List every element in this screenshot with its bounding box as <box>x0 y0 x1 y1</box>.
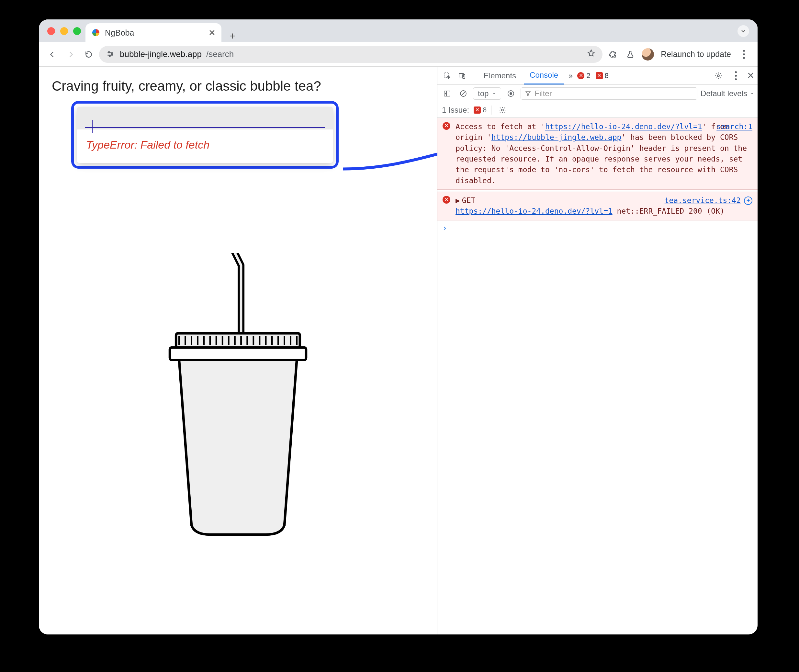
address-bar[interactable]: bubble-jingle.web.app/search <box>99 46 602 63</box>
svg-point-28 <box>717 75 719 77</box>
divider <box>473 70 473 81</box>
levels-label: Default levels <box>701 89 747 98</box>
divider <box>491 106 492 115</box>
forward-button[interactable] <box>63 46 78 62</box>
error-dot-icon: ✕ <box>577 72 584 79</box>
message-source-wrap: tea.service.ts:42 ✦ <box>664 195 753 206</box>
error-icon: ✕ <box>443 196 450 203</box>
window-tabs-dropdown[interactable] <box>738 25 749 37</box>
highlight-outline: TypeError: Failed to fetch <box>71 101 339 169</box>
bookmark-icon[interactable] <box>587 49 596 59</box>
error-icon: ✕ <box>443 122 450 130</box>
console-error-message[interactable]: ✕ search:1 Access to fetch at 'https://h… <box>437 118 757 190</box>
search-input-row <box>77 107 333 130</box>
console-error-message[interactable]: ✕ tea.service.ts:42 ✦ ▶GET https://hello… <box>437 192 757 221</box>
window-close-icon[interactable] <box>47 27 55 35</box>
expand-icon[interactable]: ▶ <box>455 196 460 205</box>
devtools-tab-right: ✕ <box>712 69 754 82</box>
window-fullscreen-icon[interactable] <box>73 27 81 35</box>
issue-square-icon: ✕ <box>474 107 481 114</box>
new-tab-button[interactable]: ＋ <box>226 29 239 42</box>
issues-label: 1 Issue: <box>442 106 469 115</box>
window-controls <box>47 27 81 35</box>
search-card: TypeError: Failed to fetch <box>77 107 333 163</box>
devtools-menu-icon[interactable] <box>729 69 742 82</box>
msg-status: net::ERR_FAILED 200 (OK) <box>613 207 725 215</box>
device-toolbar-icon[interactable] <box>455 69 468 82</box>
console-issues-row: 1 Issue: ✕ 8 <box>437 102 757 118</box>
toggle-drawer-icon[interactable] <box>440 87 453 100</box>
back-button[interactable] <box>45 46 60 62</box>
webpage: Craving fruity, creamy, or classic bubbl… <box>39 67 437 634</box>
console-settings-icon[interactable] <box>496 104 509 117</box>
window-minimize-icon[interactable] <box>60 27 68 35</box>
reload-button[interactable] <box>81 46 96 62</box>
live-expression-icon[interactable] <box>504 87 517 100</box>
tab-elements[interactable]: Elements <box>478 67 522 85</box>
more-tabs-icon[interactable]: » <box>566 71 575 80</box>
tab-close-icon[interactable]: ✕ <box>208 29 216 37</box>
issues-badge[interactable]: ✕ 8 <box>474 106 487 114</box>
avatar-icon <box>642 48 654 61</box>
svg-rect-3 <box>176 333 300 348</box>
text-caret-icon <box>92 120 93 133</box>
context-label: top <box>478 89 488 98</box>
devtools-panel: Elements Console » ✕ 2 ✕ 8 <box>437 67 757 634</box>
browser-tab[interactable]: NgBoba ✕ <box>85 23 221 42</box>
tab-favicon-icon <box>91 28 100 37</box>
site-settings-icon[interactable] <box>106 50 115 59</box>
clear-console-icon[interactable] <box>457 87 470 100</box>
page-heading: Craving fruity, creamy, or classic bubbl… <box>52 78 321 94</box>
labs-icon[interactable] <box>623 46 638 62</box>
svg-point-34 <box>510 93 512 94</box>
console-filter-input[interactable]: Filter <box>520 87 697 100</box>
address-domain: bubble-jingle.web.app <box>120 49 202 59</box>
error-counter[interactable]: ✕ 2 <box>577 72 590 80</box>
msg-url[interactable]: https://hello-io-24.deno.dev/?lvl=1 <box>545 122 702 131</box>
relaunch-label[interactable]: Relaunch to update <box>658 50 734 59</box>
svg-point-2 <box>109 55 110 56</box>
devtools-settings-icon[interactable] <box>712 69 725 82</box>
toolbar-right: Relaunch to update <box>605 46 752 62</box>
console-output[interactable]: ✕ search:1 Access to fetch at 'https://h… <box>437 118 757 634</box>
issue-counter[interactable]: ✕ 8 <box>596 72 608 80</box>
extensions-icon[interactable] <box>605 46 621 62</box>
svg-line-32 <box>461 91 465 96</box>
search-input[interactable] <box>85 115 325 128</box>
ai-explain-icon[interactable]: ✦ <box>744 197 753 205</box>
devtools-close-icon[interactable]: ✕ <box>747 70 754 81</box>
issue-count: 8 <box>605 72 608 80</box>
svg-point-1 <box>111 53 112 54</box>
msg-text: Access to fetch at ' <box>455 122 545 131</box>
log-level-selector[interactable]: Default levels <box>701 89 754 98</box>
kebab-icon <box>738 50 749 59</box>
content-split: Craving fruity, creamy, or classic bubbl… <box>39 67 757 634</box>
tab-title: NgBoba <box>105 28 134 38</box>
boba-cup-illustration <box>144 253 332 538</box>
tab-console[interactable]: Console <box>524 67 564 85</box>
inspect-element-icon[interactable] <box>440 69 453 82</box>
message-source-link[interactable]: tea.service.ts:42 <box>664 195 741 206</box>
console-prompt[interactable]: › <box>437 221 757 235</box>
console-toolbar: top Filter Default levels <box>437 85 757 102</box>
chrome-menu-button[interactable] <box>736 46 752 62</box>
svg-point-35 <box>501 109 503 111</box>
profile-avatar[interactable] <box>640 46 656 62</box>
svg-point-0 <box>109 51 110 53</box>
message-source-link[interactable]: search:1 <box>716 122 753 132</box>
filter-placeholder: Filter <box>535 89 552 98</box>
msg-url[interactable]: https://hello-io-24.deno.dev/?lvl=1 <box>455 207 613 215</box>
context-selector[interactable]: top <box>473 87 501 100</box>
issues-count: 8 <box>483 106 487 114</box>
svg-rect-29 <box>444 91 450 96</box>
error-message: TypeError: Failed to fetch <box>77 130 333 163</box>
tab-strip: NgBoba ✕ ＋ <box>39 19 757 42</box>
msg-url[interactable]: https://bubble-jingle.web.app <box>492 133 621 141</box>
address-path: /search <box>206 49 234 59</box>
browser-toolbar: bubble-jingle.web.app/search Relaunch to… <box>39 42 757 67</box>
svg-rect-26 <box>459 74 464 77</box>
error-count: 2 <box>586 72 590 80</box>
issue-square-icon: ✕ <box>596 72 603 79</box>
svg-rect-4 <box>170 348 306 360</box>
highlighted-region: TypeError: Failed to fetch <box>71 101 339 169</box>
